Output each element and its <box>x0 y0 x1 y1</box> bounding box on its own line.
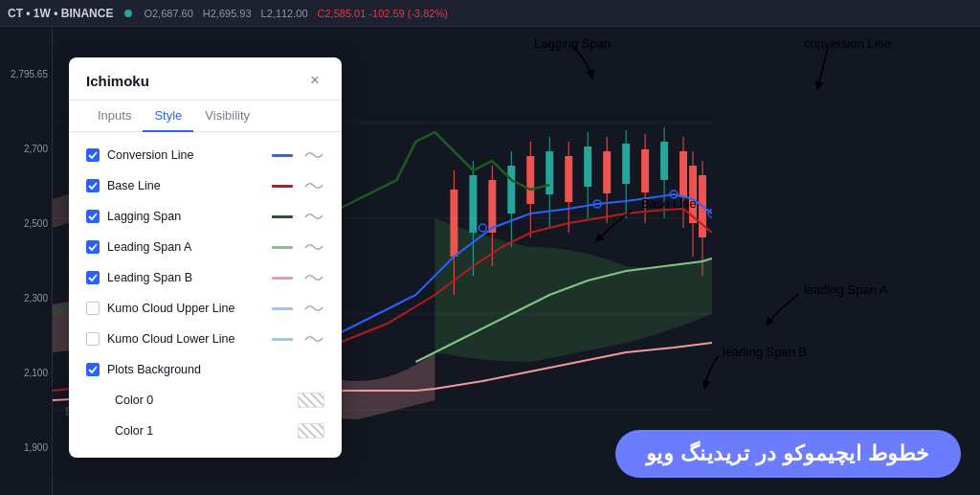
svg-rect-17 <box>603 151 611 193</box>
base-line-item: Base Line <box>86 170 324 201</box>
kumo-lower-label: Kumo Cloud Lower Line <box>107 332 261 346</box>
color-0-label: Color 0 <box>115 394 290 407</box>
lagging-span-label: Lagging Span <box>107 210 261 223</box>
axis-label-2: 2,700 <box>4 144 48 154</box>
close-button[interactable]: × <box>305 71 324 90</box>
axis-label-5: 2,100 <box>4 368 48 378</box>
base-line-label: Base Line <box>107 179 261 192</box>
color-1-item: Color 1 <box>86 416 324 446</box>
left-price-axis: 2,795.65 2,700 2,500 2,300 2,100 1,900 <box>0 27 53 495</box>
kumo-lower-item: Kumo Cloud Lower Line <box>86 324 324 354</box>
conversion-line-arrow <box>813 48 852 96</box>
leading-span-a-annotation: leading Span A <box>804 282 887 297</box>
lagging-span-wave[interactable] <box>303 210 324 223</box>
axis-label-6: 1,900 <box>4 442 48 453</box>
color-0-pattern[interactable] <box>298 393 324 408</box>
color-1-label: Color 1 <box>115 424 290 438</box>
svg-rect-25 <box>679 151 687 197</box>
tab-inputs[interactable]: Inputs <box>86 101 143 132</box>
dot-conversion-1 <box>479 224 486 232</box>
color-1-pattern[interactable] <box>298 423 324 439</box>
conversion-line-wave[interactable] <box>303 148 324 162</box>
conversion-line-label: Conversion Line <box>107 148 261 162</box>
svg-rect-23 <box>660 142 668 180</box>
plots-background-checkbox[interactable] <box>86 363 100 376</box>
symbol-label: CT • 1W • BINANCE <box>8 7 113 20</box>
low-value: L2,112.00 <box>261 8 308 19</box>
svg-rect-21 <box>641 149 649 192</box>
kumo-upper-label: Kumo Cloud Upper Line <box>107 302 261 315</box>
conversion-line-annotation: conversion Line <box>804 36 891 51</box>
svg-rect-5 <box>488 180 496 233</box>
lagging-span-color[interactable] <box>269 209 296 224</box>
leading-span-a-item: Leading Span A <box>86 232 324 262</box>
svg-rect-11 <box>546 151 553 194</box>
tab-style[interactable]: Style <box>143 101 193 132</box>
kumo-lower-color[interactable] <box>269 331 296 347</box>
leading-span-a-checkbox[interactable] <box>86 240 100 254</box>
svg-rect-9 <box>526 156 534 204</box>
banner: خطوط ایچیموکو در تریدینگ ویو <box>615 430 961 478</box>
svg-rect-13 <box>565 156 572 202</box>
lagging-span-item: Lagging Span <box>86 201 324 232</box>
kumo-lower-wave[interactable] <box>303 332 324 346</box>
ichimoku-dialog: Ichimoku × Inputs Style Visibility Conve… <box>69 57 342 458</box>
svg-rect-19 <box>622 144 630 184</box>
leading-span-b-annotation: leading Span B <box>723 345 807 359</box>
base-line-color[interactable] <box>269 178 296 193</box>
kumo-upper-wave[interactable] <box>303 302 324 315</box>
leading-span-b-label: Leading Span B <box>107 271 261 284</box>
kumo-lower-checkbox[interactable] <box>86 332 100 346</box>
kumo-upper-color[interactable] <box>269 301 296 316</box>
indicator-dot <box>124 10 132 17</box>
plots-background-item: Plots Background <box>86 354 324 385</box>
axis-label-3: 2,500 <box>4 218 48 229</box>
leading-span-a-color[interactable] <box>269 239 296 255</box>
color-0-item: Color 0 <box>86 385 324 416</box>
leading-span-b-wave[interactable] <box>303 271 324 284</box>
plots-background-label: Plots Background <box>107 363 324 376</box>
leading-span-b-checkbox[interactable] <box>86 271 100 284</box>
price-data: O2,687.60 H2,695.93 L2,112.00 C2,585.01 … <box>144 8 448 19</box>
tab-visibility[interactable]: Visibility <box>193 101 261 132</box>
dialog-items: Conversion Line Base Line <box>69 132 342 446</box>
leading-span-a-label: Leading Span A <box>107 240 261 254</box>
axis-label-4: 2,300 <box>4 293 48 304</box>
close-value: C2,585.01 -102.59 (-3.82%) <box>318 8 448 19</box>
svg-rect-1 <box>450 190 457 257</box>
open-value: O2,687.60 <box>144 8 192 19</box>
conversion-line-color[interactable] <box>269 147 296 163</box>
base-line-wave[interactable] <box>303 179 324 192</box>
svg-rect-15 <box>584 146 591 187</box>
svg-rect-7 <box>507 166 515 214</box>
kumo-upper-item: Kumo Cloud Upper Line <box>86 293 324 324</box>
lagging-span-checkbox[interactable] <box>86 210 100 223</box>
kumo-upper-checkbox[interactable] <box>86 302 100 315</box>
conversion-line-checkbox[interactable] <box>86 148 100 162</box>
dialog-header: Ichimoku × <box>69 57 342 101</box>
leading-span-a-wave[interactable] <box>303 240 324 254</box>
axis-label-1: 2,795.65 <box>4 69 48 79</box>
dialog-tabs: Inputs Style Visibility <box>69 101 342 132</box>
high-value: H2,695.93 <box>203 8 252 19</box>
dialog-title: Ichimoku <box>86 73 149 89</box>
leading-span-a-arrow <box>766 294 813 332</box>
top-bar: CT • 1W • BINANCE O2,687.60 H2,695.93 L2… <box>0 0 980 27</box>
leading-span-b-color[interactable] <box>269 270 296 285</box>
base-line-checkbox[interactable] <box>86 179 100 192</box>
svg-rect-3 <box>469 175 477 233</box>
conversion-line-item: Conversion Line <box>86 140 324 170</box>
leading-span-b-item: Leading Span B <box>86 262 324 293</box>
